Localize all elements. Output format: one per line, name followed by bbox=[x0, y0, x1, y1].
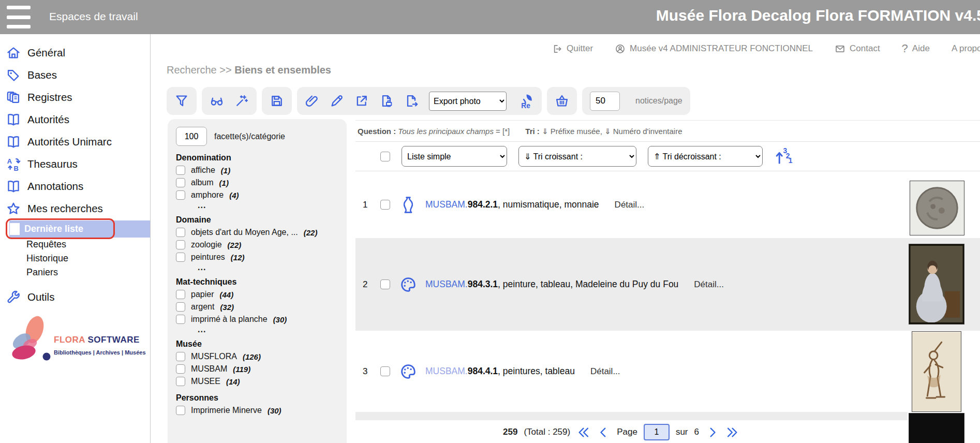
record-link[interactable]: MUSBAM. bbox=[425, 366, 468, 376]
sidebar-item-annotations[interactable]: Annotations bbox=[0, 175, 150, 197]
quit-link[interactable]: Quitter bbox=[552, 43, 593, 54]
menu-icon[interactable] bbox=[7, 6, 31, 28]
facet-checkbox-item[interactable]: MUSBAM (119) bbox=[176, 364, 339, 374]
of-label: sur bbox=[676, 427, 688, 437]
toolbar: Export photo Re notices/page bbox=[167, 87, 690, 115]
help-link[interactable]: ? Aide bbox=[902, 43, 930, 54]
vase-icon bbox=[399, 196, 417, 214]
facet-checkbox[interactable] bbox=[176, 377, 185, 386]
facet-checkbox[interactable] bbox=[176, 178, 185, 187]
first-page-icon[interactable] bbox=[576, 425, 590, 439]
facet-checkbox[interactable] bbox=[176, 240, 185, 249]
facet-checkbox-item[interactable]: MUSEE (14) bbox=[176, 377, 339, 386]
last-page-icon[interactable] bbox=[725, 425, 739, 439]
sidebar-item-paniers[interactable]: Paniers bbox=[0, 265, 150, 279]
sidebar-item-derniere-liste[interactable]: Dernière liste bbox=[9, 220, 150, 238]
result-row: 3 MUSBAM.984.4.1, peintures, tableau Dét… bbox=[355, 331, 980, 412]
user-menu[interactable]: Musée v4 ADMINISTRATEUR FONCTIONNEL bbox=[615, 43, 813, 54]
sidebar-item-general[interactable]: Général bbox=[0, 41, 150, 64]
book-icon bbox=[6, 112, 21, 127]
export-photo-select[interactable]: Export photo bbox=[429, 92, 507, 111]
facet-checkbox-item[interactable]: MUSFLORA (126) bbox=[176, 352, 339, 361]
facet-checkbox-item[interactable]: objets d'art du Moyen Age, ... (22) bbox=[176, 228, 339, 237]
facet-checkbox[interactable] bbox=[176, 228, 185, 237]
facet-count-label: facette(s)/catégorie bbox=[214, 132, 285, 141]
facet-checkbox[interactable] bbox=[176, 406, 185, 415]
facet-checkbox[interactable] bbox=[176, 315, 185, 324]
sort-descending-select[interactable]: ⇑ Tri décroissant : bbox=[648, 146, 763, 167]
result-row: 1 MUSBAM.984.2.1, numismatique, monnaie … bbox=[355, 171, 980, 238]
facet-checkbox-item[interactable]: zoologie (22) bbox=[176, 240, 339, 249]
page-size-label: notices/page bbox=[635, 96, 682, 106]
re-icon[interactable]: Re bbox=[517, 93, 534, 110]
facet-more[interactable]: ... bbox=[198, 203, 339, 208]
sidebar-item-autorites-unimarc[interactable]: Autorités Unimarc bbox=[0, 130, 150, 153]
facet-checkbox[interactable] bbox=[176, 166, 185, 175]
facet-checkbox-item[interactable]: Imprimerie Minerve (30) bbox=[176, 406, 339, 415]
contact-link[interactable]: Contact bbox=[835, 43, 880, 54]
basket-icon[interactable] bbox=[555, 94, 569, 108]
row-checkbox[interactable] bbox=[380, 279, 390, 289]
book-icon bbox=[6, 179, 21, 194]
paperclip-icon[interactable] bbox=[305, 94, 319, 108]
detail-link[interactable]: Détail... bbox=[694, 279, 724, 290]
sidebar-item-requetes[interactable]: Requêtes bbox=[0, 238, 150, 252]
facet-checkbox[interactable] bbox=[176, 190, 185, 200]
facet-checkbox-item[interactable]: peintures (12) bbox=[176, 253, 339, 262]
about-link[interactable]: A propos bbox=[952, 43, 980, 54]
sort-321-icon[interactable]: 321 bbox=[774, 146, 794, 167]
facet-checkbox-item[interactable]: argent (32) bbox=[176, 302, 339, 312]
facet-checkbox[interactable] bbox=[176, 352, 185, 361]
facet-checkbox-item[interactable]: affiche (1) bbox=[176, 166, 339, 175]
list-mode-select[interactable]: Liste simple bbox=[402, 146, 507, 167]
row-checkbox[interactable] bbox=[380, 200, 390, 210]
facet-checkbox[interactable] bbox=[176, 253, 185, 262]
result-thumbnail-partial[interactable] bbox=[909, 413, 964, 443]
facet-checkbox[interactable] bbox=[176, 364, 185, 374]
logo-name-software: SOFTWARE bbox=[88, 335, 140, 345]
export-page-icon[interactable] bbox=[404, 94, 419, 108]
print-page-icon[interactable] bbox=[379, 94, 394, 108]
result-thumbnail[interactable] bbox=[909, 244, 964, 324]
sort-ascending-select[interactable]: ⇓ Tri croissant : bbox=[518, 146, 636, 167]
record-link[interactable]: MUSBAM. bbox=[425, 279, 468, 289]
result-thumbnail[interactable] bbox=[912, 331, 961, 412]
external-link-icon[interactable] bbox=[354, 94, 369, 108]
previous-page-icon[interactable] bbox=[597, 425, 611, 439]
save-icon[interactable] bbox=[270, 94, 284, 108]
next-page-icon[interactable] bbox=[705, 425, 719, 439]
detail-link[interactable]: Détail... bbox=[615, 200, 645, 210]
sidebar-item-outils[interactable]: Outils bbox=[0, 286, 150, 308]
row-number: 3 bbox=[363, 366, 376, 377]
facet-more[interactable]: ... bbox=[198, 327, 339, 332]
sidebar-item-registres[interactable]: Registres bbox=[0, 86, 150, 108]
sidebar-item-bases[interactable]: Bases bbox=[0, 64, 150, 86]
detail-link[interactable]: Détail... bbox=[590, 366, 620, 377]
facet-checkbox[interactable] bbox=[176, 290, 185, 299]
facet-checkbox[interactable] bbox=[176, 302, 185, 312]
filter-icon[interactable] bbox=[174, 94, 189, 108]
sidebar-item-historique[interactable]: Historique bbox=[0, 252, 150, 265]
logo-name-flora: FLORA bbox=[54, 335, 85, 345]
sidebar-item-autorites[interactable]: Autorités bbox=[0, 108, 150, 130]
breadcrumb: Recherche >> Biens et ensembles bbox=[167, 64, 331, 76]
pencil-icon[interactable] bbox=[330, 94, 344, 108]
row-checkbox[interactable] bbox=[380, 366, 390, 376]
record-link[interactable]: MUSBAM. bbox=[425, 199, 468, 210]
facet-checkbox-item[interactable]: papier (44) bbox=[176, 290, 339, 299]
facet-checkbox-item[interactable]: album (1) bbox=[176, 178, 339, 187]
sidebar-item-thesaurus[interactable]: AB Thesaurus bbox=[0, 153, 150, 175]
envelope-icon bbox=[835, 43, 845, 54]
page-number-input[interactable] bbox=[644, 424, 670, 440]
facet-more[interactable]: ... bbox=[198, 265, 339, 270]
select-all-checkbox[interactable] bbox=[380, 152, 390, 161]
sidebar-item-mes-recherches[interactable]: Mes recherches bbox=[0, 197, 150, 219]
facet-checkbox-item[interactable]: amphore (4) bbox=[176, 190, 339, 200]
result-thumbnail[interactable] bbox=[910, 181, 964, 235]
facet-checkbox-item[interactable]: imprimé à la planche (30) bbox=[176, 315, 339, 324]
facet-group: Mat-techniques papier (44) argent (32) i… bbox=[176, 277, 339, 332]
page-size-input[interactable] bbox=[590, 92, 620, 111]
glasses-icon[interactable] bbox=[210, 94, 224, 108]
facet-count-input[interactable] bbox=[176, 127, 207, 146]
magic-wand-icon[interactable] bbox=[234, 94, 249, 108]
